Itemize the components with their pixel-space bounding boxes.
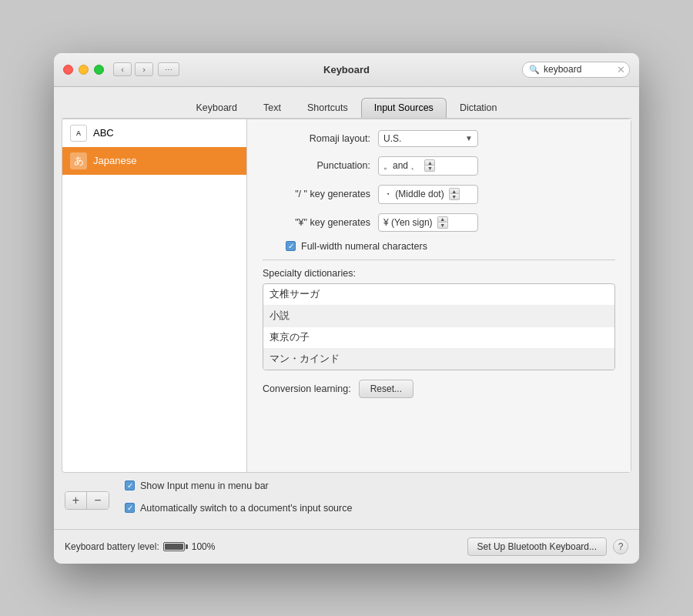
forward-button[interactable]: ›	[135, 62, 153, 76]
yen-key-label: "¥" key generates	[263, 217, 370, 228]
slash-key-label: "/ " key generates	[263, 189, 370, 199]
punctuation-row: Punctuation: 。and 、 ▲ ▼	[263, 156, 615, 176]
search-input[interactable]	[544, 64, 613, 75]
tab-text[interactable]: Text	[250, 98, 294, 118]
specialty-item-3[interactable]: マン・カインド	[263, 349, 614, 370]
sidebar-item-abc[interactable]: A ABC	[62, 119, 246, 147]
punctuation-stepper-down[interactable]: ▼	[424, 166, 435, 172]
slash-key-stepper[interactable]: ▲ ▼	[449, 188, 460, 200]
battery-body	[163, 542, 185, 551]
yen-key-stepper[interactable]: ▲ ▼	[437, 216, 448, 229]
back-button[interactable]: ‹	[113, 62, 132, 76]
romaji-layout-arrow: ▼	[465, 134, 473, 142]
battery-tip	[186, 544, 188, 549]
help-button[interactable]: ?	[613, 539, 628, 554]
fullwidth-checkbox[interactable]: ✓	[286, 241, 296, 251]
sidebar-item-japanese-label: Japanese	[93, 155, 136, 166]
slash-stepper-down[interactable]: ▼	[449, 194, 460, 200]
conversion-label: Conversion learning:	[263, 383, 351, 394]
tab-dictation[interactable]: Dictation	[447, 98, 511, 118]
slash-key-row: "/ " key generates ・ (Middle dot) ▲ ▼	[263, 185, 615, 204]
slash-key-select[interactable]: ・ (Middle dot) ▲ ▼	[378, 185, 478, 204]
reset-button[interactable]: Reset...	[359, 380, 413, 398]
punctuation-value: 。and 、	[383, 159, 420, 172]
maximize-button[interactable]	[94, 65, 104, 75]
yen-stepper-up[interactable]: ▲	[437, 216, 448, 223]
tab-shortcuts[interactable]: Shortcuts	[294, 98, 361, 118]
keyboard-preferences-window: ‹ › ⋯ Keyboard 🔍 ✕ Keyboard Text Shortcu…	[54, 53, 639, 564]
romaji-layout-label: Romaji layout:	[263, 133, 370, 144]
punctuation-select[interactable]: 。and 、 ▲ ▼	[378, 156, 478, 176]
nav-buttons: ‹ ›	[113, 62, 153, 76]
auto-switch-row: ✓ Automatically switch to a document's i…	[125, 503, 352, 514]
footer-bar: Keyboard battery level: 100% Set Up Blue…	[54, 529, 639, 564]
search-box: 🔍 ✕	[522, 62, 630, 78]
punctuation-stepper-up[interactable]: ▲	[424, 159, 435, 166]
abc-icon: A	[70, 125, 87, 142]
battery-fill	[165, 544, 183, 550]
yen-stepper-down[interactable]: ▼	[437, 223, 448, 229]
add-button[interactable]: +	[65, 492, 87, 509]
bluetooth-button[interactable]: Set Up Bluetooth Keyboard...	[467, 537, 607, 556]
search-clear-icon[interactable]: ✕	[617, 64, 625, 75]
minimize-button[interactable]	[79, 65, 89, 75]
japanese-icon: あ	[70, 152, 87, 169]
battery-percent: 100%	[192, 541, 216, 552]
fullwidth-row: ✓ Full-width numeral characters	[263, 241, 615, 252]
specialty-section: Specialty dictionaries: 文椎サーガ 小説 東京の子 マン…	[263, 268, 615, 370]
romaji-layout-select[interactable]: U.S. ▼	[378, 130, 478, 147]
remove-button[interactable]: −	[87, 492, 109, 509]
grid-button[interactable]: ⋯	[158, 62, 179, 76]
show-input-menu-checkbox[interactable]: ✓	[125, 480, 135, 490]
search-icon: 🔍	[529, 65, 540, 75]
specialty-list: 文椎サーガ 小説 東京の子 マン・カインド	[263, 283, 615, 370]
specialty-item-0[interactable]: 文椎サーガ	[263, 284, 614, 306]
tab-keyboard[interactable]: Keyboard	[182, 98, 250, 118]
show-input-menu-row: ✓ Show Input menu in menu bar	[125, 480, 352, 491]
fullwidth-label: Full-width numeral characters	[301, 241, 427, 252]
yen-key-select[interactable]: ¥ (Yen sign) ▲ ▼	[378, 213, 478, 232]
slash-stepper-up[interactable]: ▲	[449, 188, 460, 194]
show-input-menu-label: Show Input menu in menu bar	[140, 480, 269, 491]
specialty-item-1[interactable]: 小説	[263, 306, 614, 327]
specialty-item-2[interactable]: 東京の子	[263, 327, 614, 349]
slash-key-value: ・ (Middle dot)	[383, 188, 444, 201]
tabs-row: Keyboard Text Shortcuts Input Sources Di…	[54, 87, 639, 118]
sidebar: A ABC あ Japanese	[62, 119, 247, 472]
yen-key-value: ¥ (Yen sign)	[383, 217, 433, 228]
traffic-lights	[63, 65, 104, 75]
romaji-layout-row: Romaji layout: U.S. ▼	[263, 130, 615, 147]
close-button[interactable]	[63, 65, 73, 75]
bottom-bar: + − ✓ Show Input menu in menu bar ✓ Auto…	[54, 473, 639, 529]
punctuation-label: Punctuation:	[263, 160, 370, 171]
conversion-row: Conversion learning: Reset...	[263, 380, 615, 398]
main-panel: Romaji layout: U.S. ▼ Punctuation: 。and …	[247, 119, 631, 472]
titlebar: ‹ › ⋯ Keyboard 🔍 ✕	[54, 53, 639, 87]
romaji-layout-value: U.S.	[383, 133, 401, 144]
divider	[263, 259, 615, 260]
auto-switch-label: Automatically switch to a document's inp…	[140, 503, 352, 514]
window-title: Keyboard	[323, 64, 370, 75]
footer-right: Set Up Bluetooth Keyboard... ?	[467, 537, 628, 556]
tab-input-sources[interactable]: Input Sources	[361, 98, 447, 118]
auto-switch-checkbox[interactable]: ✓	[125, 503, 135, 513]
battery-icon	[163, 542, 188, 551]
sidebar-item-abc-label: ABC	[93, 127, 114, 139]
punctuation-stepper[interactable]: ▲ ▼	[424, 159, 435, 172]
sidebar-item-japanese[interactable]: あ Japanese	[62, 147, 246, 175]
content-area: A ABC あ Japanese Romaji layout: U.S. ▼ P…	[62, 119, 631, 473]
specialty-heading: Specialty dictionaries:	[263, 268, 615, 279]
bottom-checkboxes: ✓ Show Input menu in menu bar ✓ Automati…	[125, 480, 352, 521]
battery-label: Keyboard battery level:	[65, 541, 159, 552]
yen-key-row: "¥" key generates ¥ (Yen sign) ▲ ▼	[263, 213, 615, 232]
add-remove-buttons: + −	[65, 491, 109, 510]
